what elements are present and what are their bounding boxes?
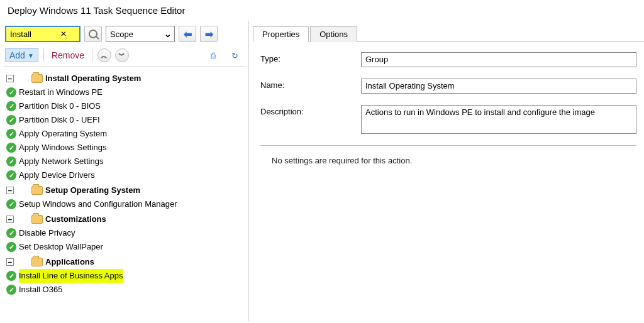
folder-icon: [31, 215, 43, 224]
tree-item[interactable]: ✓Restart in Windows PE: [6, 85, 242, 99]
tree-item-label: Set Desktop WallPaper: [19, 240, 103, 254]
check-icon: ✓: [6, 129, 16, 139]
check-icon: ✓: [6, 115, 16, 125]
tree-item[interactable]: ✓Apply Network Settings: [6, 155, 242, 168]
tree-item-label: Install Line of Business Apps: [19, 269, 123, 283]
search-button[interactable]: [84, 26, 102, 42]
arrow-right-icon: ➡: [205, 28, 213, 40]
tree-item[interactable]: ✓Partition Disk 0 - UEFI: [6, 113, 242, 127]
remove-button[interactable]: Remove: [49, 49, 87, 62]
tree-group-label: Install Operating System: [45, 72, 141, 85]
toolbar-action-1[interactable]: ⎙: [204, 47, 222, 63]
name-field[interactable]: Install Operating System: [361, 79, 636, 94]
description-label: Description:: [260, 105, 361, 116]
check-icon: ✓: [6, 199, 16, 209]
folder-icon: [31, 186, 43, 195]
tree-group-label: Customizations: [45, 212, 106, 226]
tree-item[interactable]: ✓Set Desktop WallPaper: [6, 240, 242, 254]
nav-next-button[interactable]: ➡: [200, 26, 218, 42]
task-sequence-tree: −Install Operating System✓Restart in Win…: [4, 67, 245, 303]
tree-item-label: Partition Disk 0 - BIOS: [19, 99, 101, 113]
toolbar-divider: [92, 49, 92, 62]
tabs: Properties Options: [253, 26, 644, 42]
tree-item[interactable]: ✓Apply Operating System: [6, 127, 242, 141]
arrow-left-icon: ⬅: [184, 28, 192, 40]
check-icon: ✓: [6, 87, 16, 97]
tab-properties[interactable]: Properties: [253, 26, 309, 42]
search-box[interactable]: ✕: [5, 26, 80, 42]
add-label: Add: [9, 50, 25, 60]
no-settings-text: No settings are required for this action…: [260, 156, 636, 165]
magnifier-icon: [89, 30, 97, 38]
search-input[interactable]: [9, 29, 59, 40]
type-field[interactable]: Group: [361, 52, 636, 67]
chevron-down-icon: ︾: [118, 51, 125, 60]
expander-icon[interactable]: −: [6, 216, 14, 223]
left-pane: ✕ Scope ⌄ ⬅ ➡ Add ▼ Remove: [0, 21, 249, 321]
properties-panel: Type: Group Name: Install Operating Syst…: [249, 42, 644, 173]
tree-item-label: Restart in Windows PE: [19, 85, 103, 99]
scope-label: Scope: [110, 30, 133, 39]
folder-icon: [31, 74, 43, 83]
tree-item[interactable]: ✓Apply Windows Settings: [6, 141, 242, 155]
tree-group[interactable]: −Applications: [6, 255, 242, 269]
move-up-button[interactable]: ︽: [97, 48, 111, 62]
tree-item-label: Install O365: [19, 283, 62, 297]
type-label: Type:: [260, 52, 361, 63]
check-icon: ✓: [6, 228, 16, 238]
toolbar-action-2[interactable]: ↻: [226, 47, 243, 63]
check-icon: ✓: [6, 242, 16, 252]
tree-item[interactable]: ✓Disable Privacy: [6, 226, 242, 240]
chevron-up-icon: ︽: [101, 51, 108, 60]
check-icon: ✓: [6, 285, 16, 295]
tab-options[interactable]: Options: [310, 26, 357, 42]
right-pane: Properties Options Type: Group Name: Ins…: [249, 21, 644, 321]
check-icon: ✓: [6, 156, 16, 167]
move-down-button[interactable]: ︾: [115, 48, 129, 62]
tree-item[interactable]: ✓Partition Disk 0 - BIOS: [6, 99, 242, 113]
tree-item[interactable]: ✓Apply Device Drivers: [6, 168, 242, 182]
check-icon: ✓: [6, 101, 16, 111]
expander-icon[interactable]: −: [6, 258, 14, 266]
properties-divider: [260, 145, 636, 146]
tree-item-label: Partition Disk 0 - UEFI: [19, 113, 100, 127]
chevron-down-icon: ⌄: [164, 29, 172, 39]
check-icon: ✓: [6, 143, 16, 153]
expander-icon[interactable]: −: [6, 75, 14, 82]
expander-icon[interactable]: −: [6, 187, 14, 194]
tree-item-label: Disable Privacy: [19, 226, 75, 240]
toolbar-divider: [43, 49, 44, 62]
tree-group[interactable]: −Setup Operating System: [6, 183, 242, 197]
clear-search-icon[interactable]: ✕: [59, 30, 68, 38]
tree-item[interactable]: ✓Install O365: [6, 283, 242, 297]
scope-dropdown[interactable]: Scope ⌄: [106, 26, 175, 42]
tree-group-label: Applications: [45, 255, 94, 269]
edit-toolbar: Add ▼ Remove ︽ ︾ ⎙ ↻: [4, 45, 245, 67]
tree-item[interactable]: ✓Setup Windows and Configuration Manager: [6, 197, 242, 211]
tree-item-label: Apply Windows Settings: [19, 141, 106, 155]
tree-item-label: Apply Device Drivers: [19, 168, 95, 182]
tree-item-label: Apply Network Settings: [19, 155, 103, 168]
folder-icon: [31, 258, 43, 266]
check-icon: ✓: [6, 271, 16, 281]
search-toolbar: ✕ Scope ⌄ ⬅ ➡: [4, 23, 245, 45]
description-field[interactable]: Actions to run in Windows PE to install …: [361, 105, 636, 134]
tree-item-label: Apply Operating System: [19, 127, 107, 141]
window-title: Deploy Windows 11 Task Sequence Editor: [0, 0, 644, 21]
name-label: Name:: [260, 79, 361, 90]
dropdown-icon: ▼: [28, 52, 34, 59]
tree-group[interactable]: −Customizations: [6, 212, 242, 226]
tree-item-label: Setup Windows and Configuration Manager: [19, 197, 177, 211]
nav-prev-button[interactable]: ⬅: [179, 26, 196, 42]
tree-item[interactable]: ✓Install Line of Business Apps: [6, 269, 242, 283]
check-icon: ✓: [6, 170, 16, 180]
tree-group[interactable]: −Install Operating System: [6, 72, 242, 85]
add-button[interactable]: Add ▼: [5, 48, 38, 62]
tree-group-label: Setup Operating System: [45, 183, 140, 197]
